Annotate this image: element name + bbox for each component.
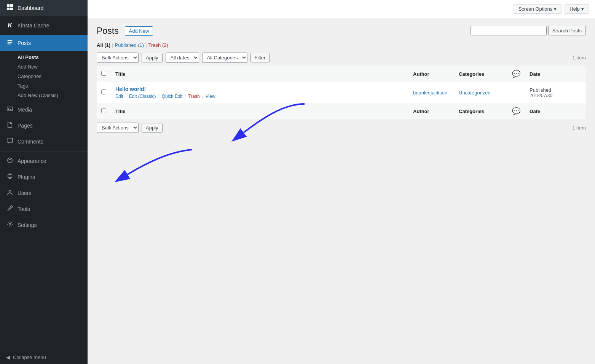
date-cell: Published 2018/07/30 [525,82,586,103]
table-header-row: Title Author Categories 💬 Date [97,66,586,82]
categories-cell: Uncategorized [454,82,507,103]
svg-rect-2 [7,8,10,10]
sidebar-item-posts[interactable]: Posts [0,35,88,51]
sidebar-item-appearance[interactable]: Appearance [0,153,88,169]
appearance-icon [6,157,14,165]
search-input[interactable] [471,26,547,35]
media-icon [6,105,14,114]
select-all-checkbox[interactable] [101,71,106,76]
sidebar-item-plugins[interactable]: Plugins [0,169,88,185]
sidebar-item-settings[interactable]: Settings [0,217,88,233]
sidebar-item-kinsta-cache[interactable]: K Kinsta Cache [0,16,88,35]
author-cell: brianleejackson [408,82,454,103]
help-label: Help [569,6,580,12]
footer-select-all-checkbox[interactable] [101,108,106,113]
date-value: 2018/07/30 [530,93,581,98]
date-header[interactable]: Date [525,66,586,82]
screen-options-chevron-icon: ▾ [554,6,557,12]
sidebar-item-label: Posts [18,40,31,46]
comment-bubble-icon: 💬 [512,70,520,78]
item-count-top: 1 item [573,55,586,61]
author-header: Author [408,66,454,82]
sidebar-sub-item-categories[interactable]: Categories [0,72,88,81]
toolbar-top: Bulk Actions Apply All dates All Categor… [97,53,586,63]
row-checkbox[interactable] [101,89,106,94]
trash-link[interactable]: Trash [188,94,199,99]
svg-point-5 [8,108,10,109]
posts-table: Title Author Categories 💬 Date [97,66,586,120]
collapse-menu-button[interactable]: ◀ Collapse menu [0,351,88,364]
row-checkbox-cell [97,82,111,103]
svg-point-6 [8,158,13,163]
add-new-button[interactable]: Add New [125,26,153,36]
dates-filter-select[interactable]: All dates [166,53,199,63]
author-link[interactable]: brianleejackson [413,90,447,96]
sidebar-item-users[interactable]: Users [0,185,88,201]
sidebar-item-media[interactable]: Media [0,102,88,118]
sidebar-sub-item-add-new-classic[interactable]: Add New (Classic) [0,91,88,100]
content-area: Search Posts Posts Add New All (1) | Pub… [88,18,595,364]
sidebar-sub-item-add-new[interactable]: Add New [0,62,88,72]
footer-comments-header: 💬 [507,103,525,120]
search-posts-button[interactable]: Search Posts [548,26,586,35]
comments-count: — [512,90,517,96]
filter-button[interactable]: Filter [250,53,270,62]
screen-options-button[interactable]: Screen Options ▾ [514,4,562,14]
help-chevron-icon: ▾ [581,6,584,12]
sidebar-sub-item-tags[interactable]: Tags [0,81,88,91]
footer-date-header[interactable]: Date [525,103,586,120]
posts-icon [6,39,14,47]
view-link[interactable]: View [206,94,215,99]
bulk-actions-select-bottom[interactable]: Bulk Actions [97,123,139,133]
settings-icon [6,221,14,229]
kinsta-icon: K [6,20,14,31]
bulk-actions-select-top[interactable]: Bulk Actions [97,53,139,63]
sidebar: Dashboard K Kinsta Cache Posts All Posts… [0,0,88,364]
apply-button-top[interactable]: Apply [142,53,163,62]
category-link[interactable]: Uncategorized [459,90,491,96]
svg-rect-0 [7,4,10,7]
categories-filter-select[interactable]: All Categories [202,53,247,63]
help-button[interactable]: Help ▾ [565,4,589,14]
collapse-icon: ◀ [6,354,10,360]
post-title-link[interactable]: Hello world! [115,86,146,92]
collapse-label: Collapse menu [13,354,46,360]
sidebar-item-label: Media [18,107,32,113]
sidebar-item-label: Tools [18,206,30,212]
edit-link[interactable]: Edit [115,94,123,99]
plugins-icon [6,173,14,181]
footer-title-header[interactable]: Title [111,103,408,120]
comments-header: 💬 [507,66,525,82]
title-header[interactable]: Title [111,66,408,82]
edit-classic-link[interactable]: Edit (Classic) [129,94,156,99]
quick-edit-link[interactable]: Quick Edit [162,94,183,99]
svg-rect-1 [10,4,13,7]
sidebar-item-label: Kinsta Cache [18,22,49,29]
sidebar-item-label: Pages [18,123,33,129]
apply-button-bottom[interactable]: Apply [142,123,163,133]
sidebar-sub-item-all-posts[interactable]: All Posts [0,53,88,62]
filter-link-trash[interactable]: Trash (2) [148,42,168,48]
pages-icon [6,121,14,130]
sidebar-item-tools[interactable]: Tools [0,201,88,217]
topbar: Screen Options ▾ Help ▾ [88,0,595,18]
sidebar-item-label: Settings [18,222,37,228]
sidebar-item-comments[interactable]: Comments [0,134,88,150]
filter-link-published[interactable]: Published (1) [115,42,144,48]
footer-check-header [97,103,111,120]
filter-link-all[interactable]: All (1) [97,42,110,48]
footer-comment-bubble-icon: 💬 [512,107,520,115]
toolbar-bottom: Bulk Actions Apply 1 item [97,123,586,133]
comments-cell: — [507,82,525,103]
users-icon [6,189,14,197]
filter-links: All (1) | Published (1) | Trash (2) [97,42,586,48]
title-cell: Hello world! Edit | Edit (Classic) | Qui… [111,82,408,103]
screen-options-label: Screen Options [518,6,553,12]
page-title: Posts [97,26,119,36]
date-status: Published [530,87,581,93]
sidebar-item-label: Plugins [18,174,35,180]
sidebar-item-dashboard[interactable]: Dashboard [0,0,88,16]
sidebar-divider-1 [0,151,88,152]
sidebar-item-pages[interactable]: Pages [0,118,88,134]
sidebar-item-label: Appearance [18,158,46,164]
